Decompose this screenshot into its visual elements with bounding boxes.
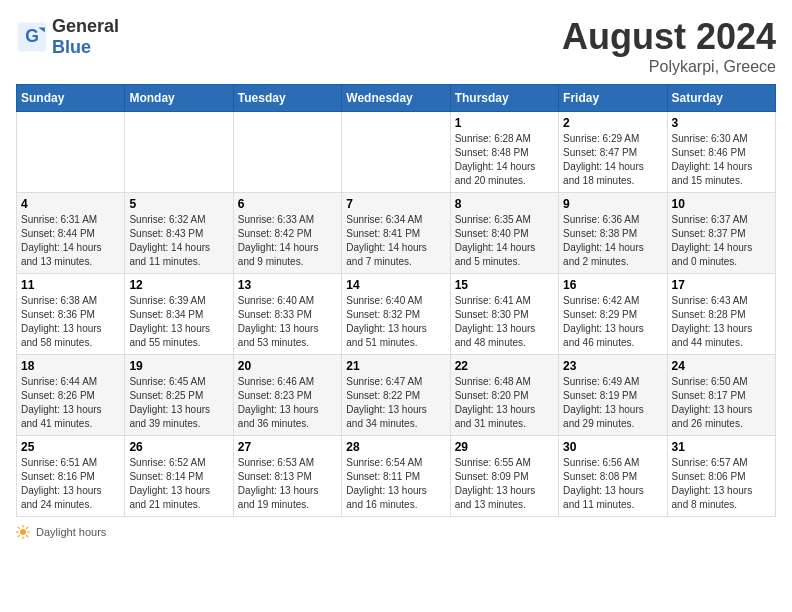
calendar-cell: 21Sunrise: 6:47 AM Sunset: 8:22 PM Dayli… xyxy=(342,355,450,436)
day-info: Sunrise: 6:35 AM Sunset: 8:40 PM Dayligh… xyxy=(455,213,554,269)
day-info: Sunrise: 6:36 AM Sunset: 8:38 PM Dayligh… xyxy=(563,213,662,269)
logo-icon: G xyxy=(16,21,48,53)
day-info: Sunrise: 6:39 AM Sunset: 8:34 PM Dayligh… xyxy=(129,294,228,350)
day-number: 11 xyxy=(21,278,120,292)
calendar-cell: 6Sunrise: 6:33 AM Sunset: 8:42 PM Daylig… xyxy=(233,193,341,274)
day-number: 17 xyxy=(672,278,771,292)
day-number: 28 xyxy=(346,440,445,454)
calendar-cell: 28Sunrise: 6:54 AM Sunset: 8:11 PM Dayli… xyxy=(342,436,450,517)
day-info: Sunrise: 6:55 AM Sunset: 8:09 PM Dayligh… xyxy=(455,456,554,512)
title-area: August 2024 Polykarpi, Greece xyxy=(562,16,776,76)
month-year: August 2024 xyxy=(562,16,776,58)
day-info: Sunrise: 6:45 AM Sunset: 8:25 PM Dayligh… xyxy=(129,375,228,431)
day-number: 8 xyxy=(455,197,554,211)
day-info: Sunrise: 6:53 AM Sunset: 8:13 PM Dayligh… xyxy=(238,456,337,512)
calendar-cell: 5Sunrise: 6:32 AM Sunset: 8:43 PM Daylig… xyxy=(125,193,233,274)
day-number: 7 xyxy=(346,197,445,211)
day-info: Sunrise: 6:52 AM Sunset: 8:14 PM Dayligh… xyxy=(129,456,228,512)
svg-line-10 xyxy=(26,527,28,529)
day-header-sunday: Sunday xyxy=(17,85,125,112)
logo: G General Blue xyxy=(16,16,119,58)
calendar-cell: 23Sunrise: 6:49 AM Sunset: 8:19 PM Dayli… xyxy=(559,355,667,436)
calendar-cell: 13Sunrise: 6:40 AM Sunset: 8:33 PM Dayli… xyxy=(233,274,341,355)
calendar-cell: 20Sunrise: 6:46 AM Sunset: 8:23 PM Dayli… xyxy=(233,355,341,436)
calendar-cell: 1Sunrise: 6:28 AM Sunset: 8:48 PM Daylig… xyxy=(450,112,558,193)
day-number: 29 xyxy=(455,440,554,454)
day-number: 30 xyxy=(563,440,662,454)
calendar-cell: 3Sunrise: 6:30 AM Sunset: 8:46 PM Daylig… xyxy=(667,112,775,193)
calendar-cell: 17Sunrise: 6:43 AM Sunset: 8:28 PM Dayli… xyxy=(667,274,775,355)
day-info: Sunrise: 6:29 AM Sunset: 8:47 PM Dayligh… xyxy=(563,132,662,188)
day-info: Sunrise: 6:42 AM Sunset: 8:29 PM Dayligh… xyxy=(563,294,662,350)
day-info: Sunrise: 6:48 AM Sunset: 8:20 PM Dayligh… xyxy=(455,375,554,431)
calendar-cell xyxy=(125,112,233,193)
svg-text:G: G xyxy=(25,26,39,46)
day-number: 23 xyxy=(563,359,662,373)
day-number: 6 xyxy=(238,197,337,211)
day-number: 14 xyxy=(346,278,445,292)
calendar-cell: 19Sunrise: 6:45 AM Sunset: 8:25 PM Dayli… xyxy=(125,355,233,436)
day-info: Sunrise: 6:31 AM Sunset: 8:44 PM Dayligh… xyxy=(21,213,120,269)
svg-line-11 xyxy=(18,535,20,537)
calendar-cell xyxy=(233,112,341,193)
location: Polykarpi, Greece xyxy=(562,58,776,76)
calendar-cell: 16Sunrise: 6:42 AM Sunset: 8:29 PM Dayli… xyxy=(559,274,667,355)
day-info: Sunrise: 6:28 AM Sunset: 8:48 PM Dayligh… xyxy=(455,132,554,188)
day-number: 18 xyxy=(21,359,120,373)
calendar-cell: 12Sunrise: 6:39 AM Sunset: 8:34 PM Dayli… xyxy=(125,274,233,355)
day-number: 26 xyxy=(129,440,228,454)
calendar-cell: 7Sunrise: 6:34 AM Sunset: 8:41 PM Daylig… xyxy=(342,193,450,274)
calendar-cell: 10Sunrise: 6:37 AM Sunset: 8:37 PM Dayli… xyxy=(667,193,775,274)
calendar-cell: 14Sunrise: 6:40 AM Sunset: 8:32 PM Dayli… xyxy=(342,274,450,355)
day-number: 12 xyxy=(129,278,228,292)
calendar-cell: 27Sunrise: 6:53 AM Sunset: 8:13 PM Dayli… xyxy=(233,436,341,517)
svg-line-8 xyxy=(18,527,20,529)
calendar-cell: 22Sunrise: 6:48 AM Sunset: 8:20 PM Dayli… xyxy=(450,355,558,436)
day-number: 3 xyxy=(672,116,771,130)
day-number: 22 xyxy=(455,359,554,373)
day-info: Sunrise: 6:56 AM Sunset: 8:08 PM Dayligh… xyxy=(563,456,662,512)
page-header: G General Blue August 2024 Polykarpi, Gr… xyxy=(16,16,776,76)
day-info: Sunrise: 6:49 AM Sunset: 8:19 PM Dayligh… xyxy=(563,375,662,431)
day-info: Sunrise: 6:57 AM Sunset: 8:06 PM Dayligh… xyxy=(672,456,771,512)
day-info: Sunrise: 6:38 AM Sunset: 8:36 PM Dayligh… xyxy=(21,294,120,350)
calendar-cell: 2Sunrise: 6:29 AM Sunset: 8:47 PM Daylig… xyxy=(559,112,667,193)
day-info: Sunrise: 6:32 AM Sunset: 8:43 PM Dayligh… xyxy=(129,213,228,269)
day-info: Sunrise: 6:33 AM Sunset: 8:42 PM Dayligh… xyxy=(238,213,337,269)
calendar-cell xyxy=(17,112,125,193)
calendar-cell: 15Sunrise: 6:41 AM Sunset: 8:30 PM Dayli… xyxy=(450,274,558,355)
day-info: Sunrise: 6:46 AM Sunset: 8:23 PM Dayligh… xyxy=(238,375,337,431)
day-info: Sunrise: 6:50 AM Sunset: 8:17 PM Dayligh… xyxy=(672,375,771,431)
calendar-cell: 30Sunrise: 6:56 AM Sunset: 8:08 PM Dayli… xyxy=(559,436,667,517)
footer-note: Daylight hours xyxy=(16,525,776,539)
day-info: Sunrise: 6:54 AM Sunset: 8:11 PM Dayligh… xyxy=(346,456,445,512)
day-number: 25 xyxy=(21,440,120,454)
day-number: 10 xyxy=(672,197,771,211)
day-info: Sunrise: 6:43 AM Sunset: 8:28 PM Dayligh… xyxy=(672,294,771,350)
day-header-thursday: Thursday xyxy=(450,85,558,112)
svg-point-3 xyxy=(20,529,26,535)
day-header-saturday: Saturday xyxy=(667,85,775,112)
day-info: Sunrise: 6:30 AM Sunset: 8:46 PM Dayligh… xyxy=(672,132,771,188)
calendar-table: SundayMondayTuesdayWednesdayThursdayFrid… xyxy=(16,84,776,517)
logo-blue: Blue xyxy=(52,37,91,57)
calendar-cell: 29Sunrise: 6:55 AM Sunset: 8:09 PM Dayli… xyxy=(450,436,558,517)
sun-icon xyxy=(16,525,30,539)
svg-line-9 xyxy=(26,535,28,537)
day-number: 5 xyxy=(129,197,228,211)
day-info: Sunrise: 6:40 AM Sunset: 8:32 PM Dayligh… xyxy=(346,294,445,350)
daylight-label: Daylight hours xyxy=(36,526,106,538)
day-number: 1 xyxy=(455,116,554,130)
calendar-cell: 18Sunrise: 6:44 AM Sunset: 8:26 PM Dayli… xyxy=(17,355,125,436)
logo-general: General xyxy=(52,16,119,36)
day-info: Sunrise: 6:37 AM Sunset: 8:37 PM Dayligh… xyxy=(672,213,771,269)
day-number: 4 xyxy=(21,197,120,211)
day-number: 16 xyxy=(563,278,662,292)
calendar-cell: 9Sunrise: 6:36 AM Sunset: 8:38 PM Daylig… xyxy=(559,193,667,274)
calendar-cell: 26Sunrise: 6:52 AM Sunset: 8:14 PM Dayli… xyxy=(125,436,233,517)
day-info: Sunrise: 6:47 AM Sunset: 8:22 PM Dayligh… xyxy=(346,375,445,431)
day-number: 2 xyxy=(563,116,662,130)
day-info: Sunrise: 6:41 AM Sunset: 8:30 PM Dayligh… xyxy=(455,294,554,350)
day-number: 19 xyxy=(129,359,228,373)
calendar-cell: 8Sunrise: 6:35 AM Sunset: 8:40 PM Daylig… xyxy=(450,193,558,274)
